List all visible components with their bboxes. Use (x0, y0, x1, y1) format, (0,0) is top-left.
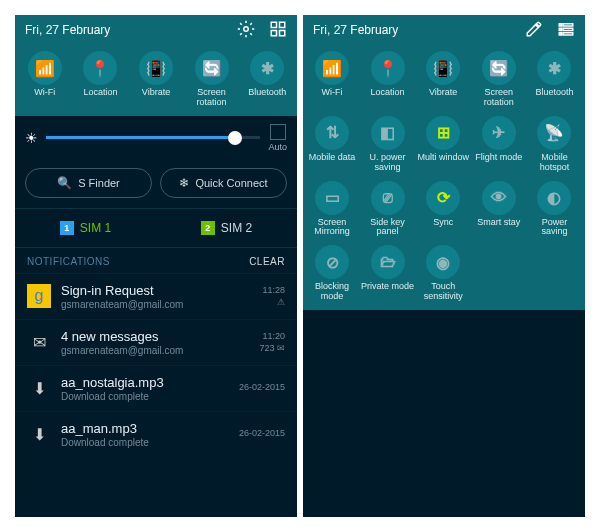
powersave-icon: ◐ (537, 181, 571, 215)
toggle-vibrate[interactable]: 📳Vibrate (129, 51, 183, 108)
notification-subtitle: Download complete (61, 437, 229, 448)
toggle-vibrate[interactable]: 📳Vibrate (416, 51, 470, 108)
grid-icon[interactable] (269, 20, 287, 41)
toggle-label: Private mode (361, 282, 414, 300)
toggle-label: Vibrate (429, 88, 457, 106)
status-bar: Fri, 27 February (303, 15, 585, 45)
toggle-label: Power saving (527, 218, 581, 238)
toggle-rotation[interactable]: 🔄Screen rotation (472, 51, 526, 108)
notification-item[interactable]: gSign-in Requestgsmarenateam@gmail.com11… (15, 273, 297, 319)
toggle-touch[interactable]: ◉Touch sensitivity (416, 245, 470, 302)
toggle-mobiledata[interactable]: ⇅Mobile data (305, 116, 359, 173)
notification-meta: 11:20723 ✉ (259, 331, 285, 353)
auto-brightness-checkbox[interactable]: Auto (268, 124, 287, 152)
vibrate-icon: 📳 (426, 51, 460, 85)
toggle-hotspot[interactable]: 📡Mobile hotspot (527, 116, 581, 173)
rotation-icon: 🔄 (195, 51, 229, 85)
toggle-label: Screen rotation (185, 88, 239, 108)
toggle-label: U. power saving (361, 153, 415, 173)
notification-subtitle: gsmarenateam@gmail.com (61, 345, 249, 356)
notification-item[interactable]: ⬇aa_nostalgia.mp3Download complete26-02-… (15, 365, 297, 411)
notification-meta: 26-02-2015 (239, 382, 285, 394)
sfinder-button[interactable]: 🔍 S Finder (25, 168, 152, 198)
notification-item[interactable]: ✉4 new messagesgsmarenateam@gmail.com11:… (15, 319, 297, 365)
notification-shade-collapsed: Fri, 27 February 📶Wi-Fi📍Location📳Vibrate… (15, 15, 297, 517)
svg-rect-6 (563, 23, 573, 25)
toggle-label: Mobile data (309, 153, 356, 171)
toggle-location[interactable]: 📍Location (73, 51, 127, 108)
sync-icon: ⟳ (426, 181, 460, 215)
brightness-slider[interactable] (46, 136, 260, 139)
svg-rect-5 (559, 23, 561, 25)
status-date: Fri, 27 February (25, 23, 110, 37)
flight-icon: ✈ (482, 116, 516, 150)
toggle-location[interactable]: 📍Location (361, 51, 415, 108)
sidekey-icon: ⎚ (371, 181, 405, 215)
toggle-wifi[interactable]: 📶Wi-Fi (305, 51, 359, 108)
toggle-rotation[interactable]: 🔄Screen rotation (185, 51, 239, 108)
quick-toggle-row: 📶Wi-Fi📍Location📳Vibrate🔄Screen rotation✱… (15, 45, 297, 116)
toggle-bluetooth[interactable]: ✱Bluetooth (240, 51, 294, 108)
list-icon[interactable] (557, 20, 575, 41)
toggle-label: Multi window (417, 153, 469, 171)
notification-meta: 26-02-2015 (239, 428, 285, 440)
toggle-upowersave[interactable]: ◧U. power saving (361, 116, 415, 173)
toggle-label: Blocking mode (305, 282, 359, 302)
toggle-powersave[interactable]: ◐Power saving (527, 181, 581, 238)
toggle-sidekey[interactable]: ⎚Side key panel (361, 181, 415, 238)
notification-subtitle: gsmarenateam@gmail.com (61, 299, 252, 310)
notification-title: aa_nostalgia.mp3 (61, 375, 229, 390)
private-icon: 🗁 (371, 245, 405, 279)
smartstay-icon: 👁 (482, 181, 516, 215)
sim-1-tab[interactable]: 1SIM 1 (15, 209, 156, 247)
toggle-blocking[interactable]: ⊘Blocking mode (305, 245, 359, 302)
toggle-smartstay[interactable]: 👁Smart stay (472, 181, 526, 238)
toggle-label: Screen Mirroring (305, 218, 359, 238)
notifications-label: NOTIFICATIONS (27, 256, 110, 267)
notification-title: Sign-in Request (61, 283, 252, 298)
rotation-icon: 🔄 (482, 51, 516, 85)
toggle-wifi[interactable]: 📶Wi-Fi (18, 51, 72, 108)
notification-meta: 11:28⚠ (262, 285, 285, 307)
svg-rect-7 (559, 28, 561, 30)
settings-icon[interactable] (237, 20, 255, 41)
toggle-label: Vibrate (142, 88, 170, 106)
toggle-mirror[interactable]: ▭Screen Mirroring (305, 181, 359, 238)
toggle-sync[interactable]: ⟳Sync (416, 181, 470, 238)
action-row: 🔍 S Finder ❄ Quick Connect (15, 162, 297, 208)
toggle-label: Smart stay (477, 218, 520, 236)
vibrate-icon: 📳 (139, 51, 173, 85)
wifi-icon: 📶 (315, 51, 349, 85)
location-icon: 📍 (371, 51, 405, 85)
google-icon: g (27, 284, 51, 308)
touch-icon: ◉ (426, 245, 460, 279)
clear-button[interactable]: CLEAR (249, 256, 285, 267)
svg-rect-2 (280, 22, 285, 27)
toggle-bluetooth[interactable]: ✱Bluetooth (527, 51, 581, 108)
download-icon: ⬇ (27, 376, 51, 400)
edit-icon[interactable] (525, 20, 543, 41)
toggle-private[interactable]: 🗁Private mode (361, 245, 415, 302)
multiwindow-icon: ⊞ (426, 116, 460, 150)
svg-rect-1 (271, 22, 276, 27)
toggle-flight[interactable]: ✈Flight mode (472, 116, 526, 173)
toggle-label: Sync (433, 218, 453, 236)
notification-item[interactable]: ⬇aa_man.mp3Download complete26-02-2015 (15, 411, 297, 457)
svg-point-0 (244, 26, 249, 31)
svg-rect-8 (563, 28, 573, 30)
brightness-icon: ☀ (25, 130, 38, 146)
toggle-label: Wi-Fi (322, 88, 343, 106)
toggle-label: Location (83, 88, 117, 106)
sim-2-tab[interactable]: 2SIM 2 (156, 209, 297, 247)
notification-title: aa_man.mp3 (61, 421, 229, 436)
notifications-header: NOTIFICATIONS CLEAR (15, 248, 297, 273)
quick-connect-button[interactable]: ❄ Quick Connect (160, 168, 287, 198)
blocking-icon: ⊘ (315, 245, 349, 279)
status-bar: Fri, 27 February (15, 15, 297, 45)
status-date: Fri, 27 February (313, 23, 398, 37)
wifi-icon: 📶 (28, 51, 62, 85)
toggle-multiwindow[interactable]: ⊞Multi window (416, 116, 470, 173)
mobiledata-icon: ⇅ (315, 116, 349, 150)
quick-toggle-grid: 📶Wi-Fi📍Location📳Vibrate🔄Screen rotation✱… (303, 45, 585, 310)
toggle-label: Screen rotation (472, 88, 526, 108)
